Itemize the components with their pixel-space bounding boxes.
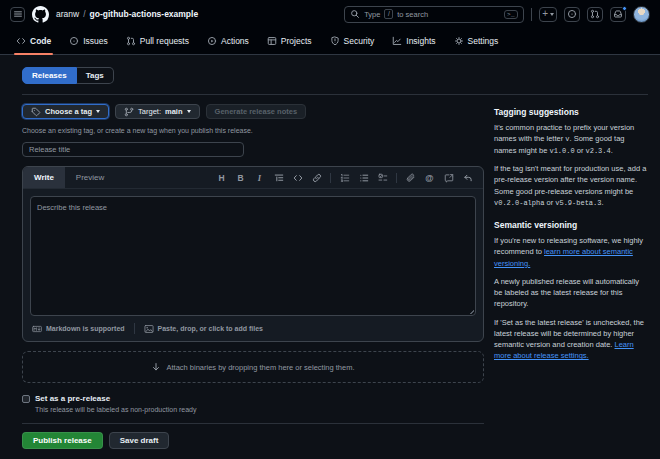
play-icon	[207, 36, 217, 46]
sidebar-paragraph-1-1: A newly published release will automatic…	[494, 276, 648, 310]
shield-icon	[330, 36, 340, 46]
quote-icon[interactable]	[273, 172, 284, 183]
tab-insights[interactable]: Insights	[384, 28, 443, 54]
issues-dashboard-button[interactable]	[564, 7, 580, 22]
attach-binaries-dropzone[interactable]: Attach binaries by dropping them here or…	[22, 351, 484, 383]
mention-icon[interactable]: @	[424, 172, 435, 183]
italic-icon[interactable]: I	[254, 172, 265, 183]
sidebar-paragraph-0-1: If the tag isn't meant for production us…	[494, 163, 648, 208]
chevron-down-icon	[550, 13, 554, 16]
unordered-list-icon[interactable]	[358, 172, 369, 183]
sidebar-heading-1: Semantic versioning	[494, 219, 648, 232]
target-branch-name: main	[165, 105, 183, 118]
top-bar: aranw / go-github-actions-example Type /…	[0, 0, 660, 55]
tab-security[interactable]: Security	[322, 28, 383, 54]
link-icon[interactable]	[311, 172, 322, 183]
target-branch-button[interactable]: Target: main	[115, 104, 199, 119]
write-tab[interactable]: Write	[23, 167, 65, 188]
tab-issues[interactable]: Issues	[61, 28, 116, 54]
create-new-button[interactable]: +	[539, 7, 557, 22]
issue-opened-icon	[567, 9, 577, 19]
table-icon	[267, 36, 277, 46]
tags-tab[interactable]: Tags	[77, 67, 114, 84]
plus-icon: +	[542, 9, 548, 19]
breadcrumb-owner[interactable]: aranw	[56, 9, 79, 19]
page-content: Releases Tags Choose a tag Target: main	[0, 55, 660, 459]
paperclip-icon[interactable]	[405, 172, 416, 183]
sidebar-text: .	[611, 146, 613, 155]
tab-projects[interactable]: Projects	[259, 28, 320, 54]
attach-binaries-label: Attach binaries by dropping them here or…	[166, 363, 354, 372]
notifications-button[interactable]	[610, 7, 626, 22]
search-placeholder-prefix: Type	[364, 10, 380, 19]
tab-label-settings: Settings	[468, 36, 499, 46]
prerelease-label[interactable]: Set as a pre-release	[35, 394, 196, 403]
cross-reference-icon[interactable]	[443, 172, 454, 183]
release-form: Choose a tag Target: main Generate relea…	[22, 95, 484, 459]
app-header: aranw / go-github-actions-example Type /…	[0, 0, 660, 28]
tab-label-pull-requests: Pull requests	[140, 36, 189, 46]
sidebar-text: A newly published release will automatic…	[494, 277, 639, 309]
markdown-icon	[32, 324, 42, 334]
release-title-input[interactable]	[22, 142, 244, 157]
attach-files-note[interactable]: Paste, drop, or click to add files	[144, 324, 263, 334]
releases-tags-switch: Releases Tags	[22, 67, 648, 84]
markdown-supported-note[interactable]: Markdown is supported	[32, 324, 125, 334]
code-text: v2.3.4	[586, 147, 611, 155]
sidebar-text: If the tag isn't meant for production us…	[494, 164, 646, 196]
user-avatar[interactable]	[633, 6, 650, 23]
publish-release-button[interactable]: Publish release	[22, 432, 103, 449]
tab-label-projects: Projects	[281, 36, 312, 46]
bold-icon[interactable]: B	[235, 172, 246, 183]
tab-settings[interactable]: Settings	[446, 28, 507, 54]
releases-tab[interactable]: Releases	[22, 67, 77, 84]
tab-label-issues: Issues	[83, 36, 108, 46]
hamburger-icon	[13, 9, 23, 19]
form-actions: Publish release Save draft	[22, 432, 484, 459]
tab-actions[interactable]: Actions	[199, 28, 257, 54]
command-palette-icon[interactable]: >_	[504, 10, 518, 19]
ordered-list-icon[interactable]	[339, 172, 350, 183]
tab-pull-requests[interactable]: Pull requests	[118, 28, 197, 54]
tab-code[interactable]: Code	[8, 28, 59, 54]
reply-icon[interactable]	[462, 172, 473, 183]
github-logo-icon[interactable]	[32, 6, 49, 23]
sidebar-text: or	[575, 146, 586, 155]
save-draft-button[interactable]: Save draft	[109, 432, 170, 449]
preview-tab[interactable]: Preview	[65, 167, 115, 188]
pull-request-icon	[126, 36, 136, 46]
release-description-textarea[interactable]	[30, 196, 476, 316]
sidebar-heading-0: Tagging suggestions	[494, 106, 648, 119]
global-menu-button[interactable]	[10, 7, 25, 22]
task-list-icon[interactable]	[377, 172, 388, 183]
tab-label-security: Security	[344, 36, 375, 46]
heading-icon[interactable]: H	[216, 172, 227, 183]
choose-tag-button[interactable]: Choose a tag	[22, 104, 109, 119]
breadcrumb: aranw / go-github-actions-example	[56, 9, 198, 19]
sidebar-paragraph-0-0: It's common practice to prefix your vers…	[494, 122, 648, 156]
inbox-icon	[613, 9, 623, 19]
tab-label-code: Code	[30, 36, 51, 46]
sidebar-paragraph-1-2: If 'Set as the latest release' is unchec…	[494, 317, 648, 362]
markdown-note-label: Markdown is supported	[46, 325, 125, 332]
sidebar-paragraph-1-0: If you're new to releasing software, we …	[494, 235, 648, 269]
tab-label-actions: Actions	[221, 36, 249, 46]
breadcrumb-repo[interactable]: go-github-actions-example	[90, 9, 199, 19]
actions-divider	[22, 423, 484, 424]
global-search-input[interactable]: Type / to search >_	[344, 6, 524, 23]
graph-icon	[392, 36, 402, 46]
header-divider	[531, 8, 532, 21]
breadcrumb-separator: /	[83, 9, 85, 19]
footer-divider	[134, 323, 135, 334]
repo-nav: CodeIssuesPull requestsActionsProjectsSe…	[0, 28, 660, 54]
pull-request-icon	[590, 9, 600, 19]
prerelease-checkbox[interactable]	[22, 395, 30, 403]
issue-opened-icon	[69, 36, 79, 46]
generate-release-notes-button[interactable]: Generate release notes	[206, 104, 307, 119]
pull-requests-dashboard-button[interactable]	[587, 7, 603, 22]
editor-header: Write Preview HBI@	[23, 167, 483, 189]
code-icon[interactable]	[292, 172, 303, 183]
columns: Choose a tag Target: main Generate relea…	[22, 95, 648, 459]
gear-icon	[454, 36, 464, 46]
markdown-editor: Write Preview HBI@ Markdown is supported	[22, 166, 484, 342]
